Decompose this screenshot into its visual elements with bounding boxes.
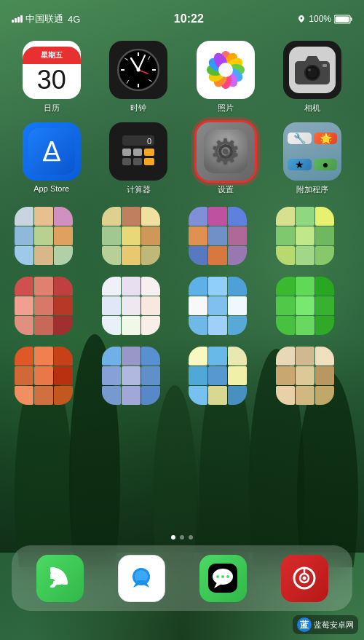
calculator-icon: 0 xyxy=(109,122,167,181)
app-row-1: 星期五 30 日历 xyxy=(0,32,364,122)
status-right: 100% xyxy=(297,14,352,24)
svg-rect-52 xyxy=(133,149,142,156)
app-row-2: A App Store 0 xyxy=(0,122,364,204)
svg-point-43 xyxy=(308,68,311,71)
app-camera[interactable]: 相机 xyxy=(276,41,350,114)
folder-icon: 🔧 🌟 ★ ● xyxy=(283,122,341,181)
app-appstore[interactable]: A App Store xyxy=(15,122,89,195)
svg-point-22 xyxy=(137,68,141,72)
settings-icon: ⚙ xyxy=(197,122,255,181)
dock-phone[interactable] xyxy=(36,555,84,602)
page-dot-3 xyxy=(189,535,193,540)
camera-label: 相机 xyxy=(304,103,320,114)
page-dot-2 xyxy=(180,535,184,540)
app-row-3 xyxy=(0,204,364,274)
status-time: 10:22 xyxy=(174,12,204,25)
qiyin-icon xyxy=(118,555,165,602)
app-calendar[interactable]: 星期五 30 日历 xyxy=(15,41,89,114)
app-calculator[interactable]: 0 计算器 xyxy=(102,122,176,195)
svg-rect-7 xyxy=(351,17,352,21)
blurred-app-7[interactable] xyxy=(189,277,247,335)
dock xyxy=(12,545,352,611)
calendar-icon: 星期五 30 xyxy=(23,41,81,99)
status-bar: 中国联通 4G 10:22 100% xyxy=(0,0,364,32)
app-row-5 xyxy=(0,344,364,414)
svg-rect-54 xyxy=(122,158,131,165)
svg-point-36 xyxy=(218,63,233,77)
blurred-app-2[interactable] xyxy=(102,207,160,265)
svg-rect-51 xyxy=(122,149,131,156)
blurred-app-9[interactable] xyxy=(15,347,73,405)
battery-icon xyxy=(334,15,352,24)
clock-icon xyxy=(109,41,167,99)
home-screen: 星期五 30 日历 xyxy=(0,32,364,640)
dock-messages[interactable] xyxy=(199,555,247,602)
svg-rect-55 xyxy=(133,158,142,165)
blurred-app-1[interactable] xyxy=(15,207,73,265)
blurred-app-8[interactable] xyxy=(276,277,334,335)
carrier-label: 中国联通 xyxy=(25,12,63,25)
app-settings[interactable]: ⚙ 设置 xyxy=(189,122,263,195)
settings-label: 设置 xyxy=(218,184,234,195)
svg-rect-56 xyxy=(144,158,154,165)
blurred-app-5[interactable] xyxy=(15,277,73,335)
photos-icon xyxy=(197,41,255,99)
camera-icon xyxy=(283,41,341,99)
svg-rect-53 xyxy=(144,149,154,156)
watermark-text: 蓝莓安卓网 xyxy=(314,620,354,631)
dock-music[interactable] xyxy=(281,555,328,602)
appstore-icon: A xyxy=(23,122,81,181)
blurred-app-10[interactable] xyxy=(102,347,160,405)
calculator-label: 计算器 xyxy=(127,184,151,195)
network-type: 4G xyxy=(68,14,80,25)
blurred-app-12[interactable] xyxy=(276,347,334,405)
battery-label: 100% xyxy=(309,14,331,24)
app-photos[interactable]: 照片 xyxy=(189,41,263,114)
svg-text:0: 0 xyxy=(147,137,151,146)
blurred-app-4[interactable] xyxy=(276,207,334,265)
photos-label: 照片 xyxy=(218,103,234,114)
app-clock[interactable]: 时钟 xyxy=(102,41,176,114)
signal-icon xyxy=(12,15,23,23)
svg-text:A: A xyxy=(43,136,60,166)
calendar-label: 日历 xyxy=(44,103,60,114)
page-indicator xyxy=(0,535,364,540)
watermark: 蓝 蓝莓安卓网 xyxy=(293,615,358,634)
svg-rect-8 xyxy=(336,16,349,22)
svg-rect-44 xyxy=(323,64,327,67)
svg-point-65 xyxy=(216,575,219,578)
music-icon xyxy=(281,555,328,602)
appstore-label: App Store xyxy=(33,184,69,193)
clock-label: 时钟 xyxy=(130,103,146,114)
phone-icon xyxy=(36,555,84,602)
location-icon xyxy=(297,15,306,23)
svg-point-70 xyxy=(303,577,306,580)
svg-point-66 xyxy=(221,575,224,578)
status-left: 中国联通 4G xyxy=(12,12,80,25)
svg-point-67 xyxy=(226,575,229,578)
blurred-app-11[interactable] xyxy=(189,347,247,405)
blurred-app-3[interactable] xyxy=(189,207,247,265)
page-dot-1 xyxy=(171,535,175,540)
app-row-4 xyxy=(0,274,364,344)
calendar-date: 30 xyxy=(37,67,66,93)
folder-label: 附加程序 xyxy=(296,184,328,195)
calendar-weekday: 星期五 xyxy=(23,47,81,64)
blurred-app-6[interactable] xyxy=(102,277,160,335)
app-folder[interactable]: 🔧 🌟 ★ ● 附加程序 xyxy=(276,122,350,195)
messages-icon xyxy=(199,555,247,602)
dock-qiyin[interactable] xyxy=(118,555,165,602)
